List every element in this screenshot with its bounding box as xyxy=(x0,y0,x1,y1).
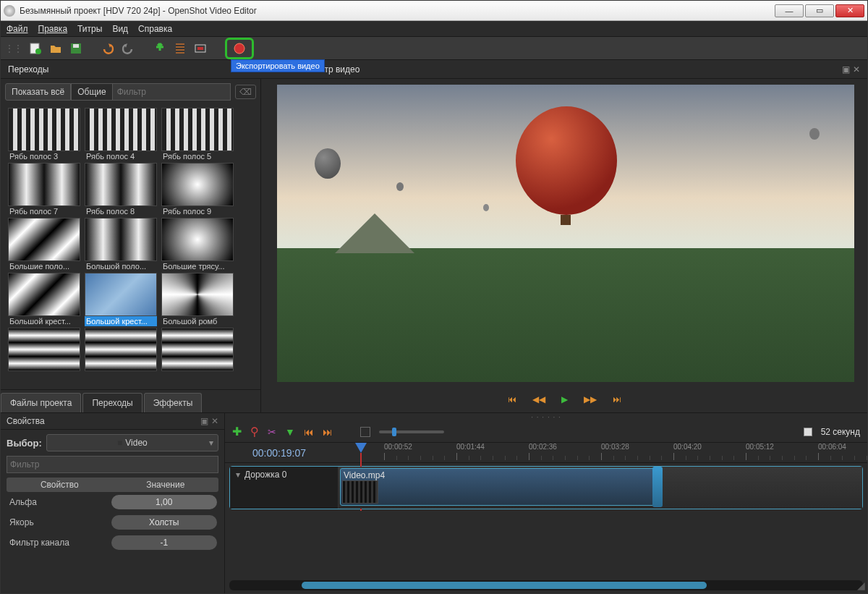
current-time: 00:00:19:07 xyxy=(225,447,333,459)
open-project-button[interactable] xyxy=(48,41,63,56)
transition-item[interactable]: Большой крест... xyxy=(85,273,157,326)
tab-transitions[interactable]: Переходы xyxy=(82,393,142,412)
timeline-track[interactable]: Дорожка 0 Video.mp4 xyxy=(229,466,863,509)
transition-item[interactable]: Рябь полос 7 xyxy=(8,163,80,216)
choice-select[interactable]: ■Video xyxy=(46,434,218,451)
menubar: Файл Правка Титры Вид Справка xyxy=(1,21,867,37)
transition-label: Большой крест... xyxy=(85,316,157,326)
clear-filter-button[interactable]: ⌫ xyxy=(235,85,256,99)
zoom-slider[interactable] xyxy=(379,430,444,433)
snap-button[interactable]: ⚲ xyxy=(250,425,259,438)
transition-label: Рябь полос 3 xyxy=(8,151,80,161)
menu-titles[interactable]: Титры xyxy=(77,24,102,34)
prop-header-val: Значение xyxy=(113,478,219,492)
svg-rect-7 xyxy=(176,51,184,52)
import-files-button[interactable] xyxy=(153,41,167,56)
transition-label: Рябь полос 9 xyxy=(161,206,234,216)
property-row[interactable]: Фильтр канала-1 xyxy=(7,533,218,553)
export-tooltip: Экспортировать видео xyxy=(231,59,325,72)
menu-file[interactable]: Файл xyxy=(7,24,28,34)
undo-button[interactable] xyxy=(101,41,115,56)
transition-label: Большой ромб xyxy=(161,316,234,326)
add-marker-button[interactable]: ▼ xyxy=(285,426,295,438)
menu-edit[interactable]: Правка xyxy=(38,24,68,34)
transitions-filter-input[interactable] xyxy=(113,83,231,101)
tab-effects[interactable]: Эффекты xyxy=(144,393,203,412)
undock-icon[interactable]: ▣ xyxy=(842,64,850,75)
track-header[interactable]: Дорожка 0 xyxy=(230,467,339,509)
svg-point-1 xyxy=(35,48,41,54)
titlebar: Безымянный проект [HDV 720 24p] - OpenSh… xyxy=(1,1,867,21)
tab-project-files[interactable]: Файлы проекта xyxy=(1,393,81,412)
fullscreen-button[interactable] xyxy=(193,41,208,56)
play-button[interactable]: ▶ xyxy=(561,394,568,404)
choice-label: Выбор: xyxy=(7,438,42,449)
jump-start-button[interactable]: ⏮ xyxy=(508,394,516,404)
transition-item[interactable]: Большой крест... xyxy=(8,273,80,326)
transition-label: Рябь полос 5 xyxy=(161,151,234,161)
transition-label xyxy=(8,371,80,373)
transition-item[interactable]: Рябь полос 8 xyxy=(85,163,157,216)
transition-item[interactable]: Рябь полос 5 xyxy=(161,108,234,161)
transition-label: Рябь полос 4 xyxy=(85,151,157,161)
transition-item[interactable]: Большой поло... xyxy=(85,218,157,271)
transition-item[interactable]: Большой ромб xyxy=(161,273,234,326)
rewind-button[interactable]: ◀◀ xyxy=(532,394,545,404)
undock-props-icon[interactable]: ▣ xyxy=(200,416,208,426)
preview-canvas[interactable] xyxy=(277,85,854,382)
prev-marker-button[interactable]: ⏮ xyxy=(304,426,314,438)
timeline-ruler[interactable]: 00:00:19:07 00:00:5200:01:4400:02:3600:0… xyxy=(225,443,867,463)
svg-rect-3 xyxy=(73,44,79,48)
zoom-out-button[interactable] xyxy=(360,427,370,437)
property-row[interactable]: Альфа1,00 xyxy=(7,492,218,512)
transition-item[interactable]: Большие трясу... xyxy=(161,218,234,271)
transition-label: Большой крест... xyxy=(8,316,80,326)
duration-label: 52 секунд xyxy=(821,427,860,437)
close-button[interactable]: ✕ xyxy=(835,4,864,17)
property-row[interactable]: ЯкорьХолсты xyxy=(7,512,218,533)
toolbar: ⋮⋮ Экспортировать видео xyxy=(1,37,867,60)
transition-item[interactable] xyxy=(85,328,157,373)
transition-label: Большие трясу... xyxy=(161,261,234,271)
transition-item[interactable]: Рябь полос 3 xyxy=(8,108,80,161)
menu-view[interactable]: Вид xyxy=(112,24,128,34)
save-project-button[interactable] xyxy=(69,41,83,56)
transition-item[interactable]: Большие поло... xyxy=(8,218,80,271)
svg-rect-5 xyxy=(176,45,184,46)
transition-item[interactable]: Рябь полос 4 xyxy=(85,108,157,161)
svg-rect-9 xyxy=(197,47,203,50)
clip-end-handle[interactable] xyxy=(652,467,663,507)
transition-item[interactable] xyxy=(161,328,234,373)
close-panel-icon[interactable]: ✕ xyxy=(853,64,860,75)
close-props-icon[interactable]: ✕ xyxy=(211,416,218,426)
fastforward-button[interactable]: ▶▶ xyxy=(584,394,597,404)
razor-button[interactable]: ✂ xyxy=(268,426,276,438)
ruler-tick: 00:01:44 xyxy=(456,443,485,451)
show-all-button[interactable]: Показать всё xyxy=(5,83,71,101)
transition-label: Рябь полос 8 xyxy=(85,206,157,216)
jump-end-button[interactable]: ⏭ xyxy=(613,394,621,404)
ruler-tick: 00:02:36 xyxy=(529,443,557,451)
prop-header-key: Свойство xyxy=(7,478,113,492)
duration-checkbox[interactable] xyxy=(804,428,812,436)
next-marker-button[interactable]: ⏭ xyxy=(323,426,333,438)
app-icon xyxy=(4,5,15,17)
ruler-tick: 00:03:28 xyxy=(601,443,629,451)
redo-button[interactable] xyxy=(121,41,135,56)
export-video-button[interactable] xyxy=(225,38,254,59)
timeline-scrollbar[interactable] xyxy=(229,580,863,590)
add-track-button[interactable]: ✚ xyxy=(232,425,242,438)
common-button[interactable]: Общие xyxy=(71,83,112,101)
properties-filter-input[interactable] xyxy=(7,456,218,473)
choose-profile-button[interactable] xyxy=(173,41,187,56)
panel-drag-handle[interactable]: · · · · · · xyxy=(225,413,867,421)
menu-help[interactable]: Справка xyxy=(138,24,172,34)
maximize-button[interactable]: ▭ xyxy=(805,4,834,17)
playhead-icon[interactable] xyxy=(355,443,367,453)
new-project-button[interactable] xyxy=(28,41,43,56)
transition-item[interactable]: Рябь полос 9 xyxy=(161,163,234,216)
ruler-tick: 00:05:12 xyxy=(746,443,774,451)
transition-item[interactable] xyxy=(8,328,80,373)
minimize-button[interactable]: — xyxy=(775,4,804,17)
timeline-clip[interactable]: Video.mp4 xyxy=(340,468,658,506)
